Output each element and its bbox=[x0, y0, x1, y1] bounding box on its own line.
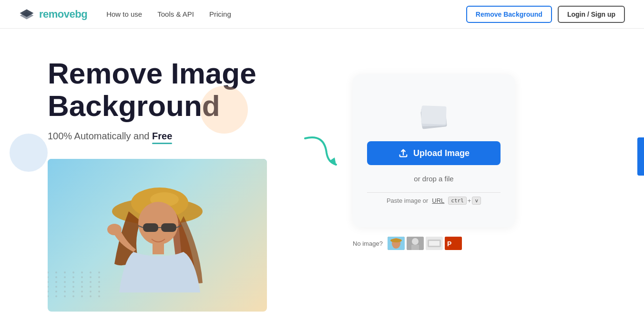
free-underline bbox=[152, 143, 172, 144]
nav-left: removebg How to use Tools & API Pricing bbox=[19, 8, 231, 21]
kbd-v: v bbox=[472, 197, 481, 205]
svg-rect-8 bbox=[161, 223, 176, 232]
hero-image: // Generate dots for(let i=0;i<48;i++){ … bbox=[48, 159, 267, 312]
logo-text: removebg bbox=[39, 8, 87, 21]
svg-rect-7 bbox=[143, 223, 158, 232]
hero-title: Remove Image Background bbox=[48, 57, 324, 122]
svg-point-17 bbox=[390, 239, 402, 242]
svg-rect-12 bbox=[153, 242, 164, 254]
no-image-row: No image? bbox=[353, 235, 515, 250]
paste-url-link[interactable]: URL bbox=[432, 197, 444, 204]
no-image-label: No image? bbox=[353, 240, 383, 247]
sample-thumb-3[interactable] bbox=[426, 237, 443, 250]
svg-text:P: P bbox=[447, 240, 451, 248]
paste-text: Paste image or bbox=[387, 197, 428, 204]
nav-link-pricing[interactable]: Pricing bbox=[209, 10, 231, 18]
decorative-blob-left bbox=[10, 134, 48, 172]
upload-stack-icon bbox=[417, 102, 450, 128]
navbar: removebg How to use Tools & API Pricing … bbox=[0, 0, 644, 29]
upload-icon bbox=[398, 148, 409, 158]
sample-thumb-2[interactable] bbox=[407, 237, 424, 250]
hero-section: Remove Image Background 100% Automatical… bbox=[48, 57, 324, 312]
drop-text: or drop a file bbox=[414, 175, 453, 183]
decorative-blob-peach bbox=[200, 86, 248, 134]
dots-pattern: // Generate dots for(let i=0;i<48;i++){ … bbox=[48, 271, 104, 297]
upload-section: Upload Image or drop a file Paste image … bbox=[353, 57, 515, 250]
upload-image-button[interactable]: Upload Image bbox=[367, 141, 501, 165]
main-content: Remove Image Background 100% Automatical… bbox=[0, 29, 644, 313]
svg-rect-20 bbox=[411, 245, 419, 250]
remove-background-button[interactable]: Remove Background bbox=[466, 6, 552, 23]
thumbnail-strip: P bbox=[388, 237, 462, 250]
paste-row: Paste image or URL ctrl + v bbox=[367, 192, 501, 205]
keyboard-shortcut: ctrl + v bbox=[448, 197, 481, 205]
kbd-ctrl: ctrl bbox=[448, 197, 467, 205]
upload-box: Upload Image or drop a file Paste image … bbox=[353, 74, 515, 227]
free-word: Free bbox=[152, 131, 172, 142]
nav-links: How to use Tools & API Pricing bbox=[106, 10, 231, 18]
stack-layer-3 bbox=[421, 105, 446, 125]
svg-rect-23 bbox=[429, 241, 440, 246]
kbd-plus-symbol: + bbox=[468, 197, 471, 204]
arrow-svg bbox=[300, 129, 343, 172]
logo[interactable]: removebg bbox=[19, 8, 87, 21]
svg-point-13 bbox=[107, 224, 122, 235]
hero-subtitle: 100% Automatically and Free bbox=[48, 131, 324, 142]
nav-right: Remove Background Login / Sign up bbox=[466, 6, 625, 23]
sidebar-accent bbox=[637, 137, 644, 176]
sample-thumb-1[interactable] bbox=[388, 237, 405, 250]
svg-point-19 bbox=[412, 238, 419, 245]
nav-link-tools-api[interactable]: Tools & API bbox=[157, 10, 194, 18]
logo-icon bbox=[19, 9, 34, 20]
sample-thumb-4[interactable]: P bbox=[445, 237, 462, 250]
login-signup-button[interactable]: Login / Sign up bbox=[558, 6, 625, 23]
nav-link-how-to-use[interactable]: How to use bbox=[106, 10, 142, 18]
